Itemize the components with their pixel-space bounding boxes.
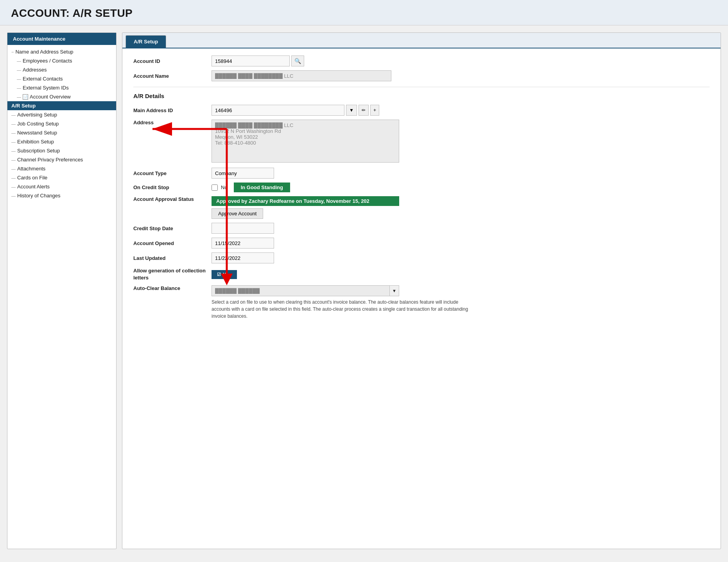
sidebar-item-name-address[interactable]: − Name and Address Setup [7, 47, 116, 56]
sidebar-item-advertising-setup[interactable]: — Advertising Setup [7, 110, 116, 119]
tree-dash: — [17, 68, 21, 72]
account-name-label: Account Name [133, 73, 212, 79]
sidebar-item-label: Channel Privacy Preferences [17, 157, 83, 163]
allow-generation-row: Allow generation of collection letters ☑… [133, 267, 710, 281]
credit-stop-date-row: Credit Stop Date [133, 223, 710, 234]
account-type-row: Account Type [133, 168, 710, 179]
credit-stop-date-input[interactable] [212, 223, 274, 234]
auto-clear-dropdown-button[interactable]: ▼ [390, 285, 399, 296]
page-title: ACCOUNT: A/R SETUP [11, 7, 717, 20]
sidebar-item-label: Advertising Setup [17, 112, 57, 118]
tree-dash: — [17, 59, 21, 63]
tree-dash: — [11, 184, 16, 189]
account-approval-status-label: Account Approval Status [133, 196, 212, 202]
allow-generation-yes-label: Yes [223, 272, 231, 277]
tree-dash: — [11, 140, 16, 144]
tree-dash: — [17, 95, 21, 99]
sidebar-item-account-overview[interactable]: — 📄 Account Overview [7, 92, 116, 101]
sidebar-item-channel-privacy[interactable]: — Channel Privacy Preferences [7, 155, 116, 164]
sidebar-item-label: Name and Address Setup [15, 49, 73, 55]
account-approval-status-control: Approved by Zachary Redfearne on Tuesday… [212, 196, 399, 219]
sidebar-item-history-of-changes[interactable]: — History of Changes [7, 191, 116, 200]
account-id-row: Account ID 🔍 [133, 55, 710, 66]
address-label: Address [133, 120, 212, 125]
account-name-control [212, 70, 399, 81]
credit-stop-date-control [212, 223, 399, 234]
account-type-input[interactable] [212, 168, 274, 179]
account-id-control: 🔍 [212, 55, 399, 66]
on-credit-stop-checkbox[interactable] [212, 184, 218, 191]
yes-check-icon: ☑ [217, 272, 221, 277]
credit-stop-date-label: Credit Stop Date [133, 226, 212, 231]
sidebar-item-newsstand-setup[interactable]: — Newsstand Setup [7, 128, 116, 137]
last-updated-control [212, 252, 399, 263]
sidebar-item-label: Account Alerts [17, 184, 50, 190]
account-name-row: Account Name [133, 70, 710, 81]
account-opened-control [212, 238, 399, 249]
sidebar-item-label: History of Changes [17, 193, 61, 199]
tree-dash: — [11, 131, 16, 135]
tab-ar-setup[interactable]: A/R Setup [126, 35, 166, 48]
sidebar-item-label: Subscription Setup [17, 148, 60, 154]
main-address-id-control: ▼ ✏ + [212, 105, 399, 116]
auto-clear-balance-control: ▼ Select a card on file to use to when c… [212, 285, 477, 320]
address-control: ██████ ████ ████████ LLC 10912 N Port Wa… [212, 120, 399, 164]
main-address-add-button[interactable]: + [370, 105, 379, 116]
account-id-label: Account ID [133, 58, 212, 64]
account-type-control [212, 168, 399, 179]
sidebar-item-label: External System IDs [23, 85, 69, 91]
account-approval-status-row: Account Approval Status Approved by Zach… [133, 196, 710, 219]
sidebar-item-employees[interactable]: — Employees / Contacts [7, 56, 116, 65]
sidebar-item-job-costing-setup[interactable]: — Job Costing Setup [7, 119, 116, 128]
sidebar-item-account-alerts[interactable]: — Account Alerts [7, 182, 116, 191]
sidebar-item-external-contacts[interactable]: — External Contacts [7, 74, 116, 83]
tree-dash: — [11, 193, 16, 198]
tab-bar: A/R Setup [122, 33, 721, 48]
approval-status-badge: Approved by Zachary Redfearne on Tuesday… [212, 196, 399, 206]
tree-dash: — [11, 175, 16, 180]
sidebar-item-ar-setup[interactable]: A/R Setup [7, 101, 116, 110]
address-row: Address ██████ ████ ████████ LLC 10912 N… [133, 120, 710, 164]
sidebar-item-addresses[interactable]: — Addresses [7, 65, 116, 74]
sidebar-item-label: Account Overview [30, 94, 71, 100]
sidebar-item-attachments[interactable]: — Attachments [7, 164, 116, 173]
main-address-dropdown-button[interactable]: ▼ [346, 105, 357, 116]
page-header: ACCOUNT: A/R SETUP [0, 0, 728, 25]
sidebar-header: Account Maintenance [7, 33, 116, 45]
account-opened-input[interactable] [212, 238, 274, 249]
address-textarea: ██████ ████ ████████ LLC 10912 N Port Wa… [212, 120, 399, 163]
sidebar-item-cards-on-file[interactable]: — Cards on File [7, 173, 116, 182]
form-area: Account ID 🔍 Account Name [122, 48, 721, 335]
expand-icon: − [11, 50, 14, 54]
allow-generation-label: Allow generation of collection letters [133, 267, 212, 281]
account-opened-row: Account Opened [133, 238, 710, 249]
sidebar-item-label: Attachments [17, 166, 45, 172]
sidebar-item-external-system-ids[interactable]: — External System IDs [7, 83, 116, 92]
main-content: A/R Setup Account ID 🔍 Account Na [122, 32, 721, 549]
account-id-input[interactable] [212, 55, 290, 66]
on-credit-stop-row: On Credit Stop No In Good Standing [133, 183, 710, 192]
sidebar: Account Maintenance − Name and Address S… [7, 32, 117, 549]
last-updated-label: Last Updated [133, 255, 212, 261]
last-updated-row: Last Updated [133, 252, 710, 263]
sidebar-item-exhibition-setup[interactable]: — Exhibition Setup [7, 137, 116, 146]
main-address-edit-button[interactable]: ✏ [359, 105, 369, 116]
account-opened-label: Account Opened [133, 240, 212, 246]
approve-account-button[interactable]: Approve Account [212, 208, 263, 219]
doc-icon: 📄 [23, 94, 28, 100]
section-divider-1 [133, 87, 710, 87]
tree-dash: — [11, 149, 16, 153]
account-id-search-button[interactable]: 🔍 [291, 55, 304, 66]
auto-clear-balance-input[interactable] [212, 285, 390, 296]
sidebar-item-label: Job Costing Setup [17, 121, 59, 127]
on-credit-stop-label: On Credit Stop [133, 184, 212, 190]
tree-dash: — [17, 77, 21, 81]
sidebar-item-subscription-setup[interactable]: — Subscription Setup [7, 146, 116, 155]
main-address-id-input[interactable] [212, 105, 344, 116]
tree-dash: — [11, 122, 16, 126]
tree-dash: — [17, 86, 21, 90]
sidebar-item-label: Addresses [23, 67, 47, 73]
last-updated-input[interactable] [212, 252, 274, 263]
tree-dash: — [11, 158, 16, 162]
ar-details-title: A/R Details [133, 93, 710, 99]
